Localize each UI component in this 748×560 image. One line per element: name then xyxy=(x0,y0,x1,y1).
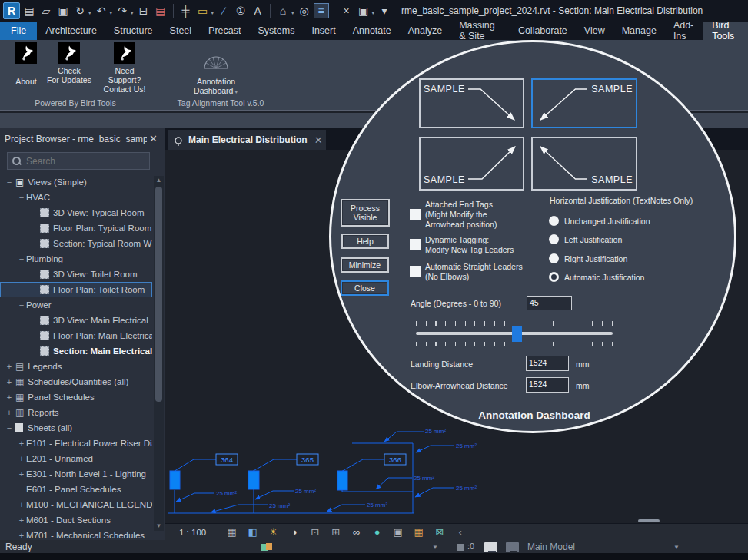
close-project-browser-icon[interactable]: ✕ xyxy=(147,133,160,144)
reveal-hidden-icon[interactable]: ∞ xyxy=(346,526,367,538)
view-scale[interactable]: 1 : 100 xyxy=(179,528,206,537)
dropdown-caret-icon[interactable]: ▾ xyxy=(88,10,91,16)
design-options-icon[interactable] xyxy=(484,542,497,552)
ribbon-tab-structure[interactable]: Structure xyxy=(105,22,161,40)
crop-region-icon[interactable]: ⊞ xyxy=(325,526,346,538)
tree-item-plumbing[interactable]: −Plumbing xyxy=(0,251,152,267)
need-support-button[interactable]: Need Support? Contact Us! xyxy=(98,42,151,94)
close-button[interactable]: Close xyxy=(341,280,389,296)
reveal-constraints-icon[interactable]: ▦ xyxy=(408,526,429,538)
editable-only-caret-icon[interactable]: ▼ xyxy=(432,544,438,551)
main-model-caret-icon[interactable]: ▼ xyxy=(673,544,680,551)
ribbon-tab-massing-site[interactable]: Massing & Site xyxy=(450,22,510,40)
tree-expander-icon[interactable]: + xyxy=(17,454,26,463)
sidebar-scrollbar[interactable]: ▲ ▼ xyxy=(154,176,164,531)
tree-expander-icon[interactable]: + xyxy=(17,500,26,509)
tag-icon[interactable]: ① xyxy=(233,3,248,18)
dropdown-caret-icon[interactable]: ▾ xyxy=(291,10,294,16)
tree-expander-icon[interactable]: + xyxy=(5,393,14,402)
radio-unchanged-justification[interactable] xyxy=(549,216,559,226)
properties-icon[interactable]: ▤ xyxy=(22,3,37,18)
electrical-device[interactable] xyxy=(170,471,180,489)
ribbon-tab-manage[interactable]: Manage xyxy=(613,22,665,40)
tree-item-hvac[interactable]: −HVAC xyxy=(0,190,152,205)
dialog-checkbox-0[interactable] xyxy=(410,209,421,220)
close-hidden-windows-icon[interactable]: × xyxy=(339,3,354,18)
tree-item-m601-duct-sections[interactable]: +M601 - Duct Sections xyxy=(0,512,152,528)
tree-item-section-typical-room-w[interactable]: Section: Typical Room W xyxy=(0,236,152,251)
close-view-icon[interactable]: ✕ xyxy=(314,134,323,146)
ribbon-tab-insert[interactable]: Insert xyxy=(303,22,344,40)
about-button[interactable]: About xyxy=(2,42,51,86)
analytical-model-icon[interactable]: ⊠ xyxy=(429,526,450,538)
ribbon-tab-view[interactable]: View xyxy=(576,22,613,40)
angle-input[interactable]: 45 xyxy=(527,296,572,310)
tree-item-3d-view-main-electrical[interactable]: 3D View: Main Electrical xyxy=(0,313,152,328)
radio-right-justification[interactable] xyxy=(549,253,559,263)
measure-icon[interactable]: ▭ xyxy=(195,3,211,18)
tree-expander-icon[interactable]: − xyxy=(17,300,26,310)
aligned-dimension-icon[interactable]: ∕ xyxy=(216,3,231,18)
electrical-device[interactable] xyxy=(248,471,259,489)
tree-item-floor-plan-typical-room[interactable]: Floor Plan: Typical Room xyxy=(0,220,152,236)
radio-left-justification[interactable] xyxy=(549,234,559,244)
tree-item-3d-view-typical-room[interactable]: 3D View: Typical Room xyxy=(0,205,152,220)
worksharing-display-icon[interactable]: ▣ xyxy=(387,526,408,538)
tree-expander-icon[interactable]: + xyxy=(17,439,26,448)
dialog-checkbox-2[interactable] xyxy=(410,266,421,277)
temporary-hide-icon[interactable]: ● xyxy=(367,526,387,538)
search-input[interactable] xyxy=(26,156,134,167)
dropdown-caret-icon[interactable]: ▾ xyxy=(110,10,113,16)
export-icon[interactable]: ▤ xyxy=(153,3,168,18)
tree-expander-icon[interactable]: + xyxy=(5,362,14,371)
angle-slider-thumb[interactable] xyxy=(512,326,522,342)
tree-item-floor-plan-toilet-room[interactable]: Floor Plan: Toilet Room xyxy=(0,282,152,297)
tree-expander-icon[interactable]: − xyxy=(5,423,14,432)
sync-icon[interactable]: ↻ xyxy=(72,3,88,18)
tree-expander-icon[interactable]: + xyxy=(17,469,26,479)
scroll-down-icon[interactable]: ▼ xyxy=(154,522,164,531)
tree-item-e301-north-level-1-lighting[interactable]: +E301 - North Level 1 - Lighting xyxy=(0,466,152,482)
ribbon-tab-add-ins[interactable]: Add-Ins xyxy=(665,22,703,40)
main-model-icon[interactable] xyxy=(506,542,519,552)
ribbon-tab-architecture[interactable]: Architecture xyxy=(37,22,105,40)
modify-icon[interactable]: ╪ xyxy=(178,3,194,18)
tree-item-schedules-quantities-all-[interactable]: +▦Schedules/Quantities (all) xyxy=(0,374,152,389)
elbow-arrowhead-distance-input[interactable]: 1524 xyxy=(526,377,569,393)
scroll-up-icon[interactable]: ▲ xyxy=(154,176,164,185)
tree-item-m701-mechanical-schedules[interactable]: +M701 - Mechanical Schedules xyxy=(0,528,152,540)
tree-item-section-main-electrical-distribution[interactable]: Section: Main Electrical Distribution xyxy=(0,343,152,359)
dropdown-caret-icon[interactable]: ▾ xyxy=(131,10,134,16)
viewbar-chevron[interactable]: ‹ xyxy=(450,526,470,538)
redo-icon[interactable]: ↷ xyxy=(115,3,130,18)
section-marker-icon[interactable]: ◎ xyxy=(297,3,312,18)
visual-style-icon[interactable]: ◧ xyxy=(242,526,263,538)
tree-item-m100-mechanical-legends[interactable]: +M100 - MECHANICAL LEGENDS xyxy=(0,497,152,512)
ribbon-tab-annotate[interactable]: Annotate xyxy=(344,22,400,40)
collapse-ribbon-icon[interactable]: ▾ xyxy=(377,3,392,18)
save-icon[interactable]: ▣ xyxy=(55,3,71,18)
switch-windows-icon[interactable]: ▣ xyxy=(356,3,371,18)
ribbon-tab-precast[interactable]: Precast xyxy=(200,22,249,40)
ribbon-tab-file[interactable]: File xyxy=(0,22,37,40)
help-button[interactable]: Help xyxy=(341,234,389,249)
dropdown-caret-icon[interactable]: ▾ xyxy=(211,10,214,16)
tree-item-power[interactable]: −Power xyxy=(0,297,152,313)
tree-item-sheets-all-[interactable]: −Sheets (all) xyxy=(0,420,152,436)
ribbon-tab-collaborate[interactable]: Collaborate xyxy=(510,22,576,40)
tree-expander-icon[interactable]: − xyxy=(17,254,26,263)
print-icon[interactable]: ⊟ xyxy=(136,3,151,18)
tree-expander-icon[interactable]: − xyxy=(5,177,14,187)
tree-item-e601-panel-schedules[interactable]: E601 - Panel Schedules xyxy=(0,482,152,497)
ribbon-tab-systems[interactable]: Systems xyxy=(249,22,303,40)
tree-item-legends[interactable]: +▤Legends xyxy=(0,359,152,374)
tree-item-views-simple-[interactable]: −▣Views (Simple) xyxy=(0,174,152,190)
search-box[interactable] xyxy=(7,152,150,170)
ribbon-tab-analyze[interactable]: Analyze xyxy=(400,22,450,40)
dropdown-caret-icon[interactable]: ▾ xyxy=(372,10,375,16)
electrical-device[interactable] xyxy=(337,471,347,490)
hscroll-thumb[interactable] xyxy=(638,519,660,522)
tree-expander-icon[interactable]: + xyxy=(5,377,14,386)
ribbon-tab-steel[interactable]: Steel xyxy=(161,22,201,40)
tree-item-e201-unnamed[interactable]: +E201 - Unnamed xyxy=(0,451,152,466)
